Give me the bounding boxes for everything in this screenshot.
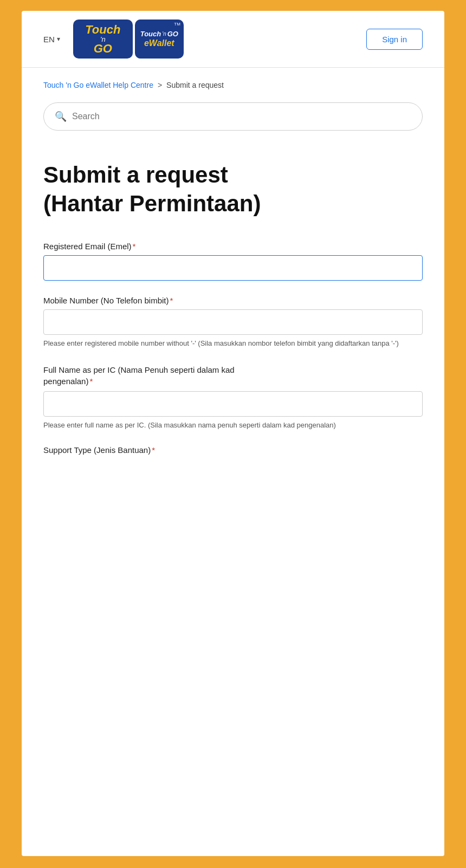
fullname-label: Full Name as per IC (Nama Penuh seperti … (43, 364, 423, 387)
breadcrumb: Touch 'n Go eWallet Help Centre > Submit… (43, 81, 423, 89)
fullname-field-group: Full Name as per IC (Nama Penuh seperti … (43, 364, 423, 431)
sign-in-button[interactable]: Sign in (366, 29, 423, 50)
email-label: Registered Email (Emel)* (43, 242, 423, 251)
breadcrumb-current: Submit a request (166, 81, 224, 89)
tng-touch-text: Touch (85, 24, 120, 36)
fullname-required-star: * (89, 377, 93, 386)
language-selector[interactable]: EN ▾ (43, 35, 60, 44)
search-input[interactable] (72, 112, 411, 121)
ewallet-touch-text: Touch (140, 30, 161, 37)
mobile-label: Mobile Number (No Telefon bimbit)* (43, 296, 423, 305)
ewallet-logo: TM Touch 'n GO eWallet (135, 20, 184, 59)
page-title-line2: (Hantar Permintaan) (43, 191, 261, 216)
email-field-group: Registered Email (Emel)* (43, 242, 423, 281)
mobile-hint: Please enter registered mobile number wi… (43, 338, 423, 349)
breadcrumb-section: Touch 'n Go eWallet Help Centre > Submit… (22, 68, 444, 98)
page-title: Submit a request (Hantar Permintaan) (43, 161, 423, 218)
support-type-required-star: * (152, 445, 155, 455)
logo-container: Touch 'n GO TM Touch 'n GO eWallet (73, 20, 184, 59)
breadcrumb-separator: > (158, 81, 162, 89)
support-type-field-group: Support Type (Jenis Bantuan)* (43, 445, 423, 455)
fullname-input[interactable] (43, 391, 423, 417)
breadcrumb-link[interactable]: Touch 'n Go eWallet Help Centre (43, 81, 153, 89)
mobile-field-group: Mobile Number (No Telefon bimbit)* Pleas… (43, 296, 423, 349)
header-left: EN ▾ Touch 'n GO TM Touch 'n GO (43, 20, 184, 59)
main-content: Submit a request (Hantar Permintaan) Reg… (22, 144, 444, 502)
support-type-label: Support Type (Jenis Bantuan)* (43, 445, 423, 455)
page-title-line1: Submit a request (43, 162, 228, 187)
mobile-input[interactable] (43, 309, 423, 335)
fullname-label-line2: pengenalan)* (43, 377, 93, 386)
email-required-star: * (133, 242, 136, 251)
tng-go-text: GO (94, 43, 112, 55)
ewallet-n-text: 'n (162, 31, 166, 37)
mobile-required-star: * (170, 296, 173, 305)
search-section: 🔍 (22, 98, 444, 144)
chevron-down-icon: ▾ (57, 35, 60, 43)
ewallet-text: eWallet (144, 38, 174, 48)
email-input[interactable] (43, 255, 423, 281)
ewallet-go-text: GO (167, 30, 178, 37)
header: EN ▾ Touch 'n GO TM Touch 'n GO (22, 11, 444, 68)
language-label: EN (43, 35, 55, 44)
search-bar: 🔍 (43, 102, 423, 131)
ewallet-tm-text: TM (174, 22, 180, 27)
tng-logo: Touch 'n GO (73, 20, 133, 59)
search-icon: 🔍 (55, 111, 67, 122)
fullname-hint: Please enter full name as per IC. (Sila … (43, 420, 423, 431)
page-container: EN ▾ Touch 'n GO TM Touch 'n GO (22, 11, 444, 856)
